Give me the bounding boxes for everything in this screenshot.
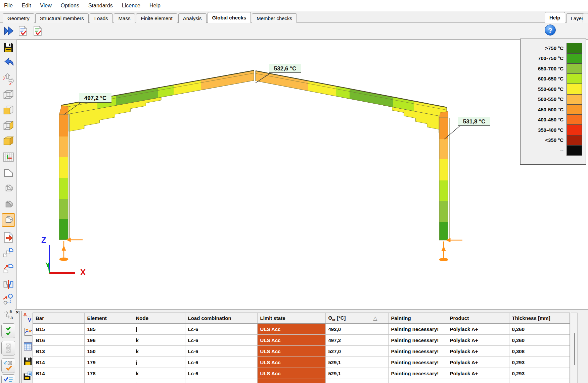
solid-view-icon[interactable] <box>2 135 14 147</box>
legend-row: 700-750 °C <box>521 53 586 64</box>
section-outline-icon[interactable] <box>2 166 14 178</box>
main-tab[interactable]: Mass <box>114 13 135 23</box>
table-scrollbar[interactable] <box>571 313 578 383</box>
cell-theta-cr: 492,0 <box>325 324 388 335</box>
table-scrollbar-thumb[interactable] <box>574 333 575 365</box>
scale-object-icon[interactable] <box>2 293 14 305</box>
col-header-load-combination[interactable]: Load combination <box>185 313 257 324</box>
support-symbol <box>59 238 83 261</box>
model-canvas[interactable]: ZYX497,2 °C532,6 °C531,8 °C <box>17 40 588 309</box>
export-drawing-icon[interactable] <box>2 231 14 243</box>
panel-splitter[interactable] <box>19 311 21 383</box>
cell-painting: Painting necessary! <box>388 335 447 346</box>
main-tab[interactable]: Finite element <box>136 13 177 23</box>
main-tab[interactable]: Member checks <box>252 13 297 23</box>
table-row[interactable]: B13 134 k Lc-6 ULS Acc 529,4 Painting ne… <box>33 379 570 383</box>
table-header-row: Bar Element Node Load combination Limit … <box>33 313 570 324</box>
menu-item[interactable]: View <box>40 3 51 9</box>
diagram-settings-icon[interactable]: AV <box>23 312 33 322</box>
main-tab[interactable]: Structural members <box>35 13 89 23</box>
paste-coordinates-icon[interactable]: aa <box>2 308 14 320</box>
cell-painting: Painting necessary! <box>388 368 447 379</box>
cell-node: k <box>133 379 185 383</box>
save-icon[interactable] <box>2 42 14 54</box>
cell-node: k <box>133 368 185 379</box>
table-settings-icon[interactable] <box>23 341 33 351</box>
svg-text:x: x <box>9 81 12 86</box>
check-report-icon[interactable] <box>32 25 43 36</box>
cell-limit-state: ULS Acc <box>257 324 325 335</box>
section-solid-icon[interactable] <box>2 214 14 226</box>
cell-limit-state: ULS Acc <box>257 335 325 346</box>
wireframe-view-icon[interactable] <box>2 89 14 101</box>
legend-swatch <box>567 104 582 115</box>
legend-label: 350-400 °C <box>521 127 567 133</box>
menu-item[interactable]: Licence <box>122 3 140 9</box>
cell-element: 179 <box>84 357 133 368</box>
legend-label: 700-750 °C <box>521 55 567 61</box>
shaded-view-icon[interactable] <box>2 119 14 131</box>
menu-item[interactable]: Options <box>61 3 79 9</box>
tab-label: Analysis <box>183 15 202 21</box>
save-table-icon[interactable] <box>23 356 33 366</box>
section-shaded-icon[interactable] <box>2 199 14 211</box>
section-wireframe-icon[interactable] <box>2 182 14 195</box>
main-tab[interactable]: Global checks <box>208 12 251 23</box>
legend-row: 550-600 °C <box>521 84 586 94</box>
result-functions-icon[interactable] <box>23 327 33 337</box>
checklist-button[interactable] <box>1 374 15 383</box>
col-header-element[interactable]: Element <box>84 313 133 324</box>
help-button[interactable]: ? <box>545 24 556 36</box>
legend-label: 650-700 °C <box>521 66 567 71</box>
sort-ascending-icon[interactable]: △ <box>373 315 377 321</box>
main-tabs: GeometryStructural membersLoadsMassFinit… <box>3 11 298 23</box>
menu-item[interactable]: Help <box>149 3 161 9</box>
panel-tab[interactable]: Help <box>545 12 565 23</box>
mirror-object-icon[interactable] <box>2 278 14 290</box>
legend-swatch <box>567 125 582 135</box>
menu-item[interactable]: Standards <box>88 3 113 9</box>
col-header-node[interactable]: Node <box>133 313 185 324</box>
left-column <box>59 114 70 240</box>
legend-label: 400-450 °C <box>521 117 567 122</box>
cell-product: Polylack A+ <box>447 346 509 357</box>
col-header-theta-cr[interactable]: Θcr [°C] △ <box>325 313 388 324</box>
main-tab[interactable]: Loads <box>90 13 113 23</box>
object-group-icon[interactable] <box>2 247 14 259</box>
legend-swatch <box>567 43 582 53</box>
raster-view-icon[interactable] <box>2 150 14 162</box>
right-rafter <box>256 71 447 117</box>
table-row[interactable]: B16 196 k Lc-6 ULS Acc 497,2 Painting ne… <box>33 335 570 346</box>
main-tab[interactable]: Geometry <box>3 13 34 23</box>
col-header-bar[interactable]: Bar <box>33 313 84 324</box>
cell-element: 178 <box>84 368 133 379</box>
report-export-icon[interactable] <box>23 371 33 381</box>
table-row[interactable]: B15 185 j Lc-6 ULS Acc 492,0 Painting ne… <box>33 324 570 335</box>
undo-icon[interactable] <box>2 57 14 69</box>
cell-bar: B13 <box>33 346 84 357</box>
table-row[interactable]: B14 179 j Lc-6 ULS Acc 529,1 Painting ne… <box>33 357 570 368</box>
accept-all-button[interactable] <box>1 323 15 338</box>
design-report-icon[interactable] <box>17 25 28 36</box>
col-header-product[interactable]: Product <box>447 313 509 324</box>
col-header-limit-state[interactable]: Limit state <box>257 313 325 324</box>
col-header-painting[interactable]: Painting <box>388 313 447 324</box>
col-header-thickness[interactable]: Thickness [mm] <box>509 313 570 324</box>
cell-product: Polylack A+ <box>447 368 509 379</box>
panel-tab-clipped[interactable] <box>583 13 588 22</box>
reject-all-button[interactable] <box>1 341 15 355</box>
legend-row: 650-700 °C <box>521 63 586 74</box>
copy-object-icon[interactable] <box>2 262 14 274</box>
menu-item[interactable]: File <box>4 3 13 9</box>
menu-item[interactable]: Edit <box>22 3 31 9</box>
run-analysis-icon[interactable] <box>3 25 15 36</box>
legend-label: 550-600 °C <box>521 86 567 92</box>
table-row[interactable]: B14 178 k Lc-6 ULS Acc 529,1 Painting ne… <box>33 368 570 379</box>
move-origin-icon[interactable]: yx <box>2 73 14 85</box>
close-icon[interactable]: × <box>16 309 19 315</box>
table-row[interactable]: B13 150 k Lc-6 ULS Acc 527,0 Painting ne… <box>33 346 570 357</box>
main-tab[interactable]: Analysis <box>178 13 207 23</box>
hidden-line-view-icon[interactable] <box>2 104 14 116</box>
cell-element: 150 <box>84 346 133 357</box>
recheck-button[interactable] <box>1 358 15 373</box>
